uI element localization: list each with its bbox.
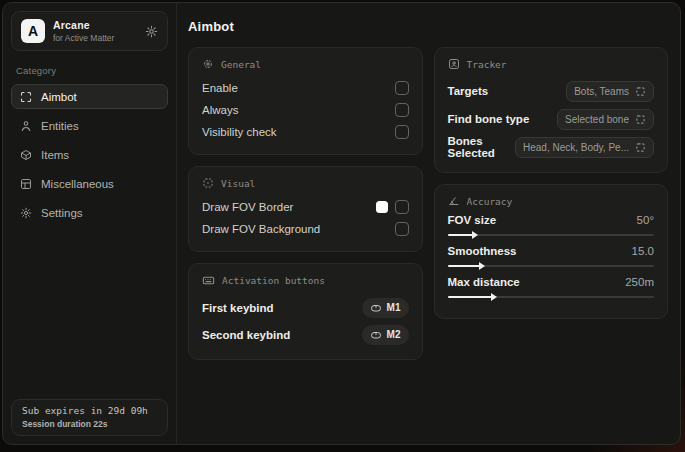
general-header: General xyxy=(202,58,409,70)
slider-label: FOV size xyxy=(448,214,497,226)
frame-dotted-icon xyxy=(202,177,214,189)
sidebar-item-label: Settings xyxy=(41,207,83,219)
crosshair-scan-icon xyxy=(20,91,32,103)
dropdown-value: Head, Neck, Body, Pe... xyxy=(523,142,629,153)
bones-selected-dropdown[interactable]: Head, Neck, Body, Pe... xyxy=(515,137,654,158)
setting-label: First keybind xyxy=(202,302,274,314)
fov-border-color-swatch[interactable] xyxy=(376,201,388,213)
setting-label: Draw FOV Border xyxy=(202,201,293,213)
tracker-card: Tracker Targets Bots, Teams xyxy=(434,47,669,173)
app-title-block: Arcane for Active Matter xyxy=(53,19,137,43)
sidebar-item-miscellaneous[interactable]: Miscellaneous xyxy=(11,171,168,196)
slider-value: 50° xyxy=(637,214,654,226)
setting-row-enable: Enable xyxy=(202,77,409,99)
sidebar: A Arcane for Active Matter Category xyxy=(3,3,177,444)
category-label: Category xyxy=(16,65,168,76)
app-header-card: A Arcane for Active Matter xyxy=(11,11,168,51)
tracker-header: Tracker xyxy=(448,58,655,70)
accuracy-header: Accuracy xyxy=(448,195,655,207)
draw-fov-background-checkbox[interactable] xyxy=(395,222,409,236)
right-column: Tracker Targets Bots, Teams xyxy=(434,47,669,360)
box-select-icon xyxy=(635,114,646,125)
gear-icon xyxy=(20,207,32,219)
sidebar-item-aimbot[interactable]: Aimbot xyxy=(11,84,168,109)
slider-label: Smoothness xyxy=(448,245,517,257)
slider-thumb[interactable] xyxy=(491,293,497,301)
section-title: Visual xyxy=(221,178,255,189)
slider-value: 250m xyxy=(625,276,654,288)
slider-thumb[interactable] xyxy=(472,231,478,239)
targets-dropdown[interactable]: Bots, Teams xyxy=(566,81,654,102)
setting-row-visibility-check: Visibility check xyxy=(202,121,409,143)
page-title: Aimbot xyxy=(188,19,668,34)
first-keybind-button[interactable]: M1 xyxy=(362,298,409,318)
slider-thumb[interactable] xyxy=(479,262,485,270)
dropdown-value: Bots, Teams xyxy=(574,86,629,97)
slider-fill xyxy=(448,234,475,236)
mouse-icon xyxy=(370,302,382,314)
smoothness-slider-group: Smoothness 15.0 xyxy=(448,245,655,267)
slider-value: 15.0 xyxy=(632,245,654,257)
section-title: Activation buttons xyxy=(222,275,325,286)
enable-checkbox[interactable] xyxy=(395,81,409,95)
app-window: A Arcane for Active Matter Category xyxy=(2,2,681,445)
keybind-value: M1 xyxy=(387,302,401,313)
section-title: General xyxy=(221,59,261,70)
setting-label: Targets xyxy=(448,85,489,97)
draw-fov-border-checkbox[interactable] xyxy=(395,200,409,214)
fov-size-slider[interactable] xyxy=(448,234,655,236)
setting-label: Find bone type xyxy=(448,113,530,125)
category-nav: Aimbot Entities Items xyxy=(11,84,168,225)
setting-row-draw-fov-border: Draw FOV Border xyxy=(202,196,409,218)
sidebar-item-settings[interactable]: Settings xyxy=(11,200,168,225)
setting-label: Always xyxy=(202,104,238,116)
sidebar-item-label: Aimbot xyxy=(41,91,77,103)
max-distance-slider-group: Max distance 250m xyxy=(448,276,655,298)
section-title: Accuracy xyxy=(467,196,513,207)
person-icon xyxy=(20,120,32,132)
setting-label: Enable xyxy=(202,82,238,94)
visibility-check-checkbox[interactable] xyxy=(395,125,409,139)
setting-row-targets: Targets Bots, Teams xyxy=(448,77,655,105)
main-content: Aimbot General Enable xyxy=(178,3,680,444)
app-logo: A xyxy=(21,19,45,43)
subscription-info-card: Sub expires in 29d 09h Session duration … xyxy=(11,399,168,436)
always-checkbox[interactable] xyxy=(395,103,409,117)
find-bone-type-dropdown[interactable]: Selected bone xyxy=(557,109,654,130)
dropdown-value: Selected bone xyxy=(565,114,629,125)
setting-row-find-bone-type: Find bone type Selected bone xyxy=(448,105,655,133)
sidebar-item-label: Items xyxy=(41,149,69,161)
panels-icon xyxy=(20,178,32,190)
max-distance-slider[interactable] xyxy=(448,296,655,298)
app-subtitle: for Active Matter xyxy=(53,33,137,43)
setting-row-always: Always xyxy=(202,99,409,121)
slider-fill xyxy=(448,265,481,267)
box-select-icon xyxy=(635,86,646,97)
mouse-icon xyxy=(370,329,382,341)
section-title: Tracker xyxy=(467,59,507,70)
keybind-value: M2 xyxy=(387,329,401,340)
cube-icon xyxy=(20,149,32,161)
setting-label: Bones Selected xyxy=(448,135,516,159)
sidebar-item-items[interactable]: Items xyxy=(11,142,168,167)
angle-icon xyxy=(448,195,460,207)
left-column: General Enable Always Visibility check xyxy=(188,47,423,360)
smoothness-slider[interactable] xyxy=(448,265,655,267)
crosshair-dotted-icon xyxy=(202,58,214,70)
slider-label: Max distance xyxy=(448,276,520,288)
second-keybind-button[interactable]: M2 xyxy=(362,325,409,345)
fov-border-controls xyxy=(376,200,409,214)
fov-size-slider-group: FOV size 50° xyxy=(448,214,655,236)
sidebar-item-label: Miscellaneous xyxy=(41,178,114,190)
activation-buttons-card: Activation buttons First keybind M1 xyxy=(188,263,423,360)
slider-fill xyxy=(448,296,493,298)
sidebar-item-entities[interactable]: Entities xyxy=(11,113,168,138)
box-select-icon xyxy=(635,142,646,153)
gear-icon[interactable] xyxy=(145,25,158,38)
person-scan-icon xyxy=(448,58,460,70)
setting-row-draw-fov-background: Draw FOV Background xyxy=(202,218,409,240)
setting-row-bones-selected: Bones Selected Head, Neck, Body, Pe... xyxy=(448,133,655,161)
setting-label: Draw FOV Background xyxy=(202,223,320,235)
session-duration-text: Session duration 22s xyxy=(22,419,157,429)
general-card: General Enable Always Visibility check xyxy=(188,47,423,155)
